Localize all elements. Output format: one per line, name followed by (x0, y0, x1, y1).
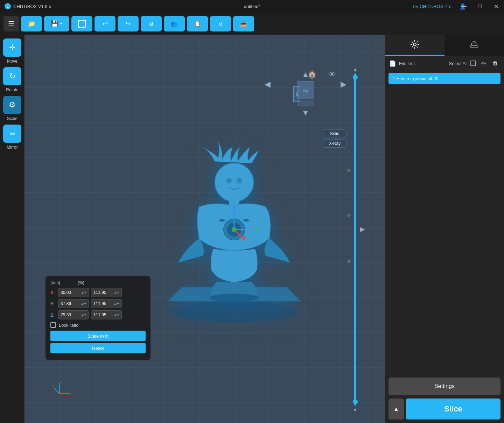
x-mm-arrows[interactable]: ▲▼ (81, 291, 86, 294)
svg-point-23 (413, 43, 416, 46)
file-item[interactable]: 1.Electro_gnosis.stl #0 (388, 73, 500, 84)
x-mm-input[interactable]: 30.00 ▲▼ (58, 288, 89, 297)
play-arrow-button[interactable]: ▶ (360, 225, 365, 233)
y-axis-row: Y: 37.86 ▲▼ 111.95 ▲▼ (50, 299, 146, 308)
slice-button[interactable]: Slice (406, 399, 500, 420)
cube-box[interactable]: Top Left (292, 80, 320, 108)
model-3d (161, 140, 308, 338)
select-all-label: Select All (449, 61, 468, 66)
edit-icon-button[interactable]: ✏ (479, 59, 488, 68)
slice-up-icon: ▲ (393, 406, 399, 413)
slider-track[interactable] (354, 73, 356, 406)
scale-header: (mm) (%) (50, 280, 146, 285)
reset-button[interactable]: Reset (50, 343, 146, 353)
open-folder-button[interactable]: 📁 (21, 16, 42, 31)
export-button[interactable]: 📤 (233, 16, 254, 31)
save-button[interactable]: 💾 ▼ (44, 16, 69, 31)
svg-text:Y: Y (52, 385, 55, 388)
nav-cube: ▲ ◀ Top Left ▶ ▼ (265, 70, 346, 118)
slice-slider: ▲ ▼ (352, 66, 359, 413)
minimize-button[interactable]: — (456, 0, 472, 13)
copy-button[interactable]: ⧉ (141, 16, 162, 31)
right-panel-bottom: Settings ▲ Slice (385, 251, 504, 423)
title-bar: C CHITUBOX V1.9.5 untitled* Try CHITUBOX… (0, 0, 504, 13)
slider-thumb-bottom[interactable] (353, 399, 358, 404)
library-tab[interactable] (444, 35, 504, 56)
svg-rect-25 (471, 43, 477, 45)
try-pro-link[interactable]: Try CHITUBOX Pro (412, 4, 451, 9)
xray-view-button[interactable]: X-Ray (323, 139, 346, 148)
settings-tab[interactable] (385, 35, 444, 56)
x-axis-row: X: 30.00 ▲▼ 111.95 ▲▼ (50, 288, 146, 297)
frame-icon (78, 20, 86, 28)
scale-tool-button[interactable]: ⚙ (3, 96, 21, 114)
solid-view-button[interactable]: Solid (323, 129, 346, 138)
y-mm-arrows[interactable]: ▲▼ (81, 302, 86, 305)
slider-thumb-top[interactable] (353, 75, 358, 80)
main-layout: ✛ Move ↻ Rotate ⚙ Scale ⇔ Mirror (0, 35, 504, 423)
x-pct-input[interactable]: 111.95 ▲▼ (91, 288, 122, 297)
svg-point-9 (210, 294, 259, 302)
svg-point-4 (226, 178, 232, 183)
svg-rect-16 (232, 227, 236, 232)
y-label: Y: (50, 301, 56, 306)
slice-up-button[interactable]: ▲ (388, 399, 404, 420)
y-mm-input[interactable]: 37.86 ▲▼ (58, 299, 89, 308)
file-list-header: 📄 File List: Select All ✏ 🗑 (385, 56, 504, 71)
delete-icon-button[interactable]: 🗑 (491, 59, 500, 68)
svg-rect-24 (470, 46, 478, 47)
cube-up-arrow[interactable]: ▲ (302, 70, 309, 79)
y-pct-input[interactable]: 111.95 ▲▼ (91, 299, 122, 308)
z-label: Z: (50, 312, 56, 318)
select-all-checkbox[interactable] (470, 61, 476, 66)
group-button[interactable]: 👥 (164, 16, 185, 31)
move-icon: ✛ (9, 43, 15, 52)
svg-text:Z: Z (60, 380, 62, 384)
left-sidebar: ✛ Move ↻ Rotate ⚙ Scale ⇔ Mirror (0, 35, 24, 423)
model-svg (161, 140, 308, 336)
save-icon: 💾 (51, 20, 58, 28)
y-pct-arrows[interactable]: ▲▼ (114, 302, 119, 305)
scale-to-fit-button[interactable]: Scale to fit (50, 331, 146, 341)
window-title: untitled* (244, 4, 260, 9)
slider-down-arrow[interactable]: ▼ (353, 407, 358, 413)
move-tool-button[interactable]: ✛ (3, 38, 21, 57)
settings-button[interactable]: Settings (388, 378, 500, 395)
rotate-tool-button[interactable]: ↻ (3, 67, 21, 85)
mirror-label: Mirror (7, 145, 18, 150)
paste-button[interactable]: 📋 (187, 16, 208, 31)
viewport[interactable]: (mm) (%) X: 30.00 ▲▼ 111.95 ▲▼ Y: 37.86 (24, 35, 385, 423)
cube-right-arrow[interactable]: ▶ (341, 80, 346, 108)
axes-indicator: X Y Z (52, 380, 74, 402)
right-tabs (385, 35, 504, 56)
close-button[interactable]: ✕ (488, 0, 504, 13)
z-mm-input[interactable]: 79.33 ▲▼ (58, 310, 89, 319)
svg-line-19 (54, 388, 59, 394)
cube-bottom-face[interactable] (297, 100, 314, 106)
redo-button[interactable]: ↪ (118, 16, 139, 31)
menu-button[interactable]: ☰ (4, 16, 19, 31)
paste-icon: 📋 (194, 20, 201, 27)
mirror-tool-button[interactable]: ⇔ (3, 125, 21, 143)
svg-point-3 (215, 163, 253, 202)
save-arrow: ▼ (59, 22, 63, 26)
group-icon: 👥 (171, 20, 178, 27)
frame-button[interactable] (71, 16, 92, 31)
x-pct-arrows[interactable]: ▲▼ (114, 291, 119, 294)
undo-button[interactable]: ↩ (94, 16, 115, 31)
print-button[interactable]: 🖨 (210, 16, 231, 31)
slider-up-arrow[interactable]: ▲ (353, 66, 358, 72)
z-pct-arrows[interactable]: ▲▼ (114, 313, 119, 317)
svg-point-2 (171, 301, 297, 322)
cube-down-arrow[interactable]: ▼ (302, 108, 309, 118)
maximize-button[interactable]: □ (472, 0, 488, 13)
app-logo: C (4, 3, 11, 10)
lock-ratio-checkbox[interactable] (50, 322, 56, 328)
z-mm-arrows[interactable]: ▲▼ (81, 313, 86, 317)
mirror-icon: ⇔ (10, 130, 15, 138)
scale-label: Scale (7, 116, 18, 121)
z-pct-input[interactable]: 111.95 ▲▼ (91, 310, 122, 319)
percent-label: (%) (78, 280, 84, 285)
window-controls: — □ ✕ (456, 0, 504, 13)
cube-left-arrow[interactable]: ◀ (265, 80, 271, 108)
